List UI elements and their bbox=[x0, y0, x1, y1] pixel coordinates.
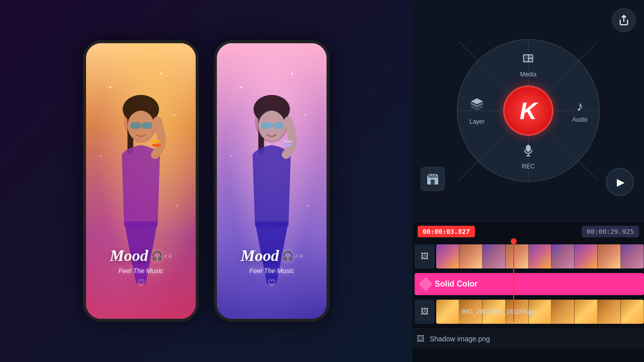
shadow-icon: 🖼 bbox=[417, 334, 425, 343]
sparkle-8: ⋆ bbox=[230, 153, 233, 159]
track-file-label: IMG_20220845_161269.jpg bbox=[461, 308, 536, 315]
sparkle-9: ✦ bbox=[290, 71, 294, 76]
km-item-layer[interactable]: Layer bbox=[469, 97, 485, 125]
svg-rect-15 bbox=[273, 122, 283, 129]
phone-inner-2: ✦ ✧ ⋆ ✦ ✧ Mood 🎧 ♪ ♫ Feel The Music ♡ bbox=[217, 43, 327, 319]
video-seg-2 bbox=[459, 244, 482, 268]
sparkle-3: ⋆ bbox=[99, 153, 102, 159]
layer-label: Layer bbox=[469, 118, 485, 125]
sparkle-5: ✧ bbox=[175, 203, 179, 209]
track-video-content[interactable] bbox=[436, 244, 644, 268]
timecode-current: 00:00:03.827 bbox=[418, 226, 475, 237]
svg-point-7 bbox=[153, 117, 163, 128]
img-seg-8 bbox=[598, 300, 621, 324]
img-thumb-icon: 🖼 bbox=[421, 307, 429, 316]
km-item-rec[interactable]: REC bbox=[521, 143, 535, 170]
mood-title-1: Mood bbox=[110, 246, 148, 265]
share-icon bbox=[618, 15, 629, 26]
video-seg-8 bbox=[598, 244, 621, 268]
svg-rect-4 bbox=[130, 122, 141, 129]
phone-text-overlay-1: Mood 🎧 ♪ ♫ Feel The Music ♡ bbox=[86, 246, 196, 289]
video-seg-7 bbox=[575, 244, 598, 268]
phone-mockup-2: ✦ ✧ ⋆ ✦ ✧ Mood 🎧 ♪ ♫ Feel The Music ♡ bbox=[214, 40, 330, 322]
mood-subtitle-1: Feel The Music bbox=[86, 267, 196, 275]
svg-rect-5 bbox=[142, 122, 152, 129]
svg-rect-22 bbox=[524, 55, 528, 61]
track-img-content[interactable]: IMG_20220845_161269.jpg bbox=[436, 300, 644, 324]
video-seg-5 bbox=[529, 244, 552, 268]
audio-label: Audio bbox=[572, 116, 588, 123]
svg-rect-9 bbox=[152, 144, 161, 147]
video-thumb-icon: 🖼 bbox=[421, 252, 429, 261]
share-button[interactable] bbox=[612, 8, 636, 32]
sparkle-10: ✧ bbox=[306, 203, 310, 209]
track-solid-color: Solid Color bbox=[413, 271, 644, 297]
rec-label: REC bbox=[522, 163, 534, 170]
music-notes-1: ♪ ♫ bbox=[165, 253, 172, 258]
audio-icon: ♪ bbox=[577, 99, 583, 114]
km-item-media[interactable]: Media bbox=[520, 51, 537, 78]
heart-icon-1: ♡ bbox=[86, 278, 196, 289]
diamond-icon bbox=[419, 277, 433, 291]
sparkle-7: ✧ bbox=[303, 112, 307, 118]
km-wheel: Media Layer ♪ Audio bbox=[458, 40, 599, 181]
track-video: 🖼 bbox=[413, 243, 644, 269]
timeline-tracks: 🖼 bbox=[413, 241, 644, 328]
km-item-audio[interactable]: ♪ Audio bbox=[572, 99, 588, 123]
track-solid-color-content[interactable]: Solid Color bbox=[415, 273, 644, 295]
img-seg-6 bbox=[551, 300, 575, 324]
mood-icon-1: 🎧 bbox=[151, 250, 163, 261]
img-seg-7 bbox=[575, 300, 598, 324]
shadow-label: Shadow image.png bbox=[430, 335, 490, 343]
km-center-button[interactable]: K bbox=[503, 85, 553, 136]
store-icon bbox=[426, 172, 439, 186]
mood-row-1: Mood 🎧 ♪ ♫ bbox=[86, 246, 196, 265]
video-seg-9 bbox=[621, 244, 644, 268]
sparkle-1: ✦ bbox=[108, 84, 112, 90]
store-button[interactable] bbox=[421, 167, 445, 191]
svg-point-28 bbox=[526, 145, 531, 152]
mood-subtitle-2: Feel The Music bbox=[217, 267, 327, 275]
phone-mockup-2-container: ✦ ✧ ⋆ ✦ ✧ Mood 🎧 ♪ ♫ Feel The Music ♡ bbox=[214, 40, 330, 322]
svg-rect-14 bbox=[261, 122, 272, 129]
video-seg-3 bbox=[482, 244, 506, 268]
media-label: Media bbox=[520, 71, 537, 78]
img-seg-1 bbox=[436, 300, 459, 324]
play-button[interactable]: ▶ bbox=[606, 168, 634, 196]
svg-rect-18 bbox=[283, 140, 292, 143]
phone-mockup-1: ✦ ✧ ⋆ ✦ ✧ Mood 🎧 ♪ ♫ Feel The Music ♡ bbox=[83, 40, 199, 322]
right-panel: Media Layer ♪ Audio bbox=[413, 0, 644, 362]
svg-rect-32 bbox=[431, 179, 435, 185]
rec-icon bbox=[521, 143, 535, 161]
layer-icon-svg bbox=[469, 97, 485, 113]
music-notes-2: ♪ ♫ bbox=[295, 253, 303, 258]
mood-row-2: Mood 🎧 ♪ ♫ bbox=[217, 246, 327, 265]
phone-text-overlay-2: Mood 🎧 ♪ ♫ Feel The Music ♡ bbox=[217, 246, 327, 289]
svg-point-17 bbox=[284, 117, 293, 128]
svg-rect-19 bbox=[283, 144, 292, 147]
timecode-total: 00:00:29.925 bbox=[582, 226, 639, 237]
solid-color-inner: Solid Color bbox=[421, 279, 477, 289]
media-icon-svg bbox=[521, 51, 535, 65]
track-shadow-row: 🖼 Shadow image.png bbox=[413, 328, 644, 348]
track-video-thumb: 🖼 bbox=[415, 244, 435, 268]
solid-color-label: Solid Color bbox=[435, 280, 477, 289]
timeline-timecodes: 00:00:03.827 00:00:29.925 bbox=[413, 222, 644, 241]
km-wheel-area: Media Layer ♪ Audio bbox=[413, 0, 644, 221]
rec-icon-svg bbox=[521, 143, 535, 157]
phone-inner-1: ✦ ✧ ⋆ ✦ ✧ Mood 🎧 ♪ ♫ Feel The Music ♡ bbox=[86, 43, 196, 319]
preview-area: ✦ ✧ ⋆ ✦ ✧ Mood 🎧 ♪ ♫ Feel The Music ♡ bbox=[0, 0, 413, 362]
mood-icon-2: 🎧 bbox=[282, 250, 293, 261]
svg-rect-24 bbox=[529, 59, 532, 61]
sparkle-4: ✦ bbox=[159, 71, 163, 76]
mood-title-2: Mood bbox=[240, 246, 279, 265]
layer-icon bbox=[469, 97, 485, 116]
timeline-area: 00:00:03.827 00:00:29.925 🖼 bbox=[413, 221, 644, 362]
video-seg-6 bbox=[551, 244, 575, 268]
media-icon bbox=[521, 51, 535, 69]
sparkle-2: ✧ bbox=[172, 112, 176, 118]
video-seg-1 bbox=[436, 244, 459, 268]
img-seg-9 bbox=[621, 300, 644, 324]
km-k-letter: K bbox=[520, 97, 537, 125]
track-image-thumb: 🖼 bbox=[415, 300, 435, 324]
